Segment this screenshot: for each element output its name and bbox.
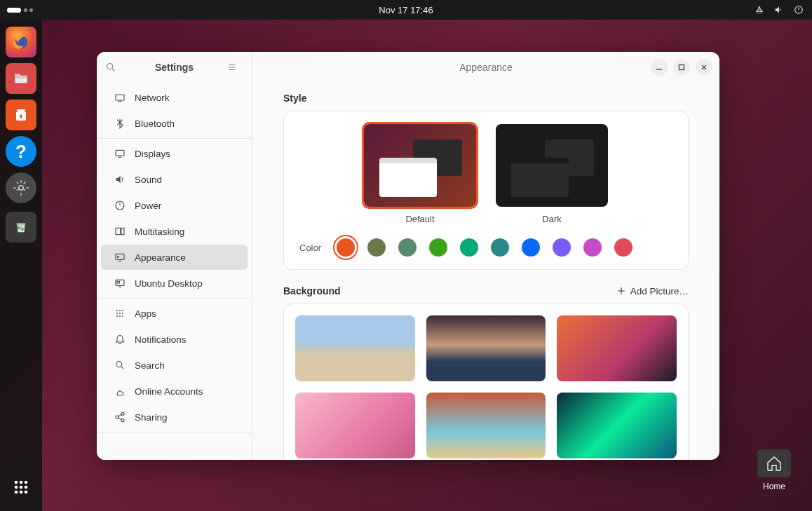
color-swatch-9[interactable]	[614, 238, 632, 257]
dock-show-apps[interactable]	[6, 472, 36, 503]
svg-point-29	[116, 310, 118, 311]
sidebar-item-label: Ubuntu Desktop	[135, 278, 203, 289]
background-option-bg5[interactable]	[426, 393, 546, 458]
style-label-dark: Dark	[496, 214, 608, 224]
color-swatch-8[interactable]	[583, 238, 602, 257]
settings-sidebar: Settings NetworkBluetoothDisplaysSoundPo…	[97, 52, 252, 460]
svg-point-10	[15, 481, 18, 484]
sidebar-item-network[interactable]: Network	[101, 85, 248, 110]
color-swatch-3[interactable]	[429, 238, 447, 257]
sidebar-item-multitasking[interactable]: Multitasking	[101, 219, 248, 244]
content-title: Appearance	[459, 62, 513, 73]
sidebar-item-label: Search	[135, 360, 165, 371]
color-swatch-1[interactable]	[367, 238, 386, 257]
color-swatch-0[interactable]	[337, 238, 355, 257]
background-option-bg3[interactable]	[557, 315, 677, 381]
sidebar-item-bluetooth[interactable]: Bluetooth	[101, 111, 248, 136]
desktop-home-label: Home	[757, 482, 791, 491]
color-swatch-5[interactable]	[491, 238, 509, 257]
sidebar-item-label: Multitasking	[135, 226, 184, 237]
sidebar-item-label: Displays	[135, 149, 170, 159]
style-panel: DefaultDark Color	[283, 111, 689, 270]
dock-software[interactable]	[6, 100, 36, 130]
sidebar-menu-button[interactable]	[226, 62, 243, 72]
appearance-icon	[114, 252, 126, 263]
svg-point-18	[25, 491, 28, 494]
sidebar-item-power[interactable]: Power	[101, 193, 248, 218]
svg-point-26	[117, 256, 119, 257]
background-panel	[283, 304, 689, 460]
sidebar-item-apps[interactable]: Apps	[101, 301, 248, 326]
svg-point-38	[116, 362, 122, 367]
sidebar-item-appearance[interactable]: Appearance	[101, 245, 248, 270]
dock-trash[interactable]	[6, 212, 36, 243]
sidebar-item-notifications[interactable]: Notifications	[101, 327, 248, 352]
svg-point-34	[122, 313, 123, 314]
power-icon[interactable]	[794, 5, 804, 15]
color-swatch-4[interactable]	[460, 238, 478, 257]
close-button[interactable]	[696, 59, 712, 76]
multitasking-icon	[114, 226, 126, 237]
sidebar-item-label: Power	[135, 200, 161, 211]
style-label-default: Default	[364, 214, 476, 224]
svg-point-13	[15, 486, 18, 489]
add-picture-label: Add Picture…	[630, 286, 689, 297]
sidebar-item-label: Sharing	[135, 412, 168, 423]
svg-point-32	[116, 313, 118, 314]
system-tray[interactable]	[755, 5, 804, 15]
activities-button[interactable]	[7, 8, 33, 13]
dock-files[interactable]	[6, 63, 36, 94]
svg-rect-28	[117, 281, 119, 283]
sidebar-item-sound[interactable]: Sound	[101, 167, 248, 192]
settings-window: Settings NetworkBluetoothDisplaysSoundPo…	[97, 52, 719, 460]
sidebar-item-label: Network	[135, 93, 170, 103]
volume-icon[interactable]	[774, 5, 784, 15]
online-accounts-icon	[114, 386, 126, 397]
svg-point-15	[25, 486, 28, 489]
sidebar-item-label: Sound	[135, 175, 162, 185]
dock: ?	[0, 20, 42, 511]
settings-content: Appearance Style DefaultDark Color Backg…	[252, 52, 719, 460]
svg-point-39	[121, 412, 124, 415]
svg-point-31	[122, 310, 123, 311]
svg-point-37	[122, 315, 123, 317]
color-swatch-2[interactable]	[398, 238, 417, 257]
style-option-default[interactable]	[364, 124, 476, 207]
sidebar-item-search[interactable]: Search	[101, 353, 248, 378]
background-option-bg6[interactable]	[557, 393, 677, 458]
svg-rect-21	[116, 150, 124, 156]
svg-point-9	[21, 227, 25, 231]
background-option-bg1[interactable]	[295, 315, 415, 381]
sidebar-item-online-accounts[interactable]: Online Accounts	[101, 379, 248, 404]
svg-point-30	[119, 310, 121, 311]
clock[interactable]: Nov 17 17:46	[379, 5, 433, 15]
color-label: Color	[299, 243, 321, 253]
sidebar-item-ubuntu-desktop[interactable]: Ubuntu Desktop	[101, 271, 248, 296]
maximize-button[interactable]	[673, 59, 690, 76]
sidebar-item-label: Bluetooth	[135, 118, 175, 129]
background-section-label: Background	[283, 285, 341, 297]
network-icon[interactable]	[755, 5, 764, 15]
sidebar-item-sharing[interactable]: Sharing	[101, 404, 248, 430]
svg-rect-6	[15, 77, 27, 79]
sidebar-item-displays[interactable]: Displays	[101, 141, 248, 166]
minimize-button[interactable]	[651, 59, 668, 76]
sidebar-item-label: Online Accounts	[135, 386, 203, 397]
displays-icon	[114, 148, 126, 159]
background-option-bg2[interactable]	[426, 315, 546, 381]
sidebar-search-button[interactable]	[105, 62, 122, 73]
svg-point-33	[119, 313, 121, 314]
sidebar-item-label: Appearance	[135, 252, 186, 263]
style-option-dark[interactable]	[496, 124, 608, 207]
dock-firefox[interactable]	[6, 27, 36, 57]
add-picture-button[interactable]: Add Picture…	[616, 286, 689, 297]
desktop-home-icon[interactable]: Home	[757, 449, 791, 491]
dock-help[interactable]: ?	[6, 136, 36, 167]
color-swatch-7[interactable]	[553, 238, 571, 257]
svg-point-14	[20, 486, 23, 489]
color-swatch-6[interactable]	[522, 238, 540, 257]
background-option-bg4[interactable]	[295, 393, 415, 458]
apps-icon	[114, 308, 126, 319]
svg-point-41	[121, 419, 124, 422]
dock-settings[interactable]	[6, 172, 36, 203]
